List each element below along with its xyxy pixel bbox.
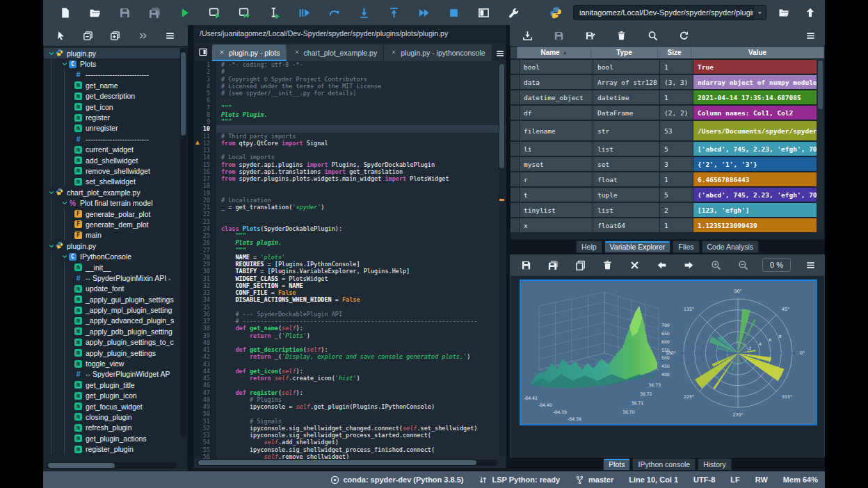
cell-type[interactable]: set (593, 157, 660, 171)
cell-type[interactable]: tuple (593, 188, 660, 202)
line-number[interactable]: 51 (194, 418, 216, 425)
cell-type[interactable]: bool (593, 60, 660, 74)
outline-item-get_icon[interactable]: mget_icon (44, 101, 180, 112)
outline-item--spyderpluginwidget-ap[interactable]: #-- SpyderPluginWidget AP (44, 369, 180, 380)
cell-size[interactable]: 3 (660, 157, 693, 171)
maximize-pane-button[interactable] (476, 5, 491, 20)
expander-chevron-icon[interactable] (47, 189, 56, 196)
plots-menu-button[interactable] (803, 257, 818, 273)
editor-tab-chart-plot-example-py[interactable]: chart_plot_example.py (287, 44, 385, 61)
line-number[interactable]: 12 (194, 140, 216, 147)
cell-name[interactable]: filename (520, 121, 593, 140)
line-number[interactable]: 11 (194, 133, 216, 140)
working-directory-value[interactable]: ianitagomez/Local/Dev-Spyder/spyder/spyd… (574, 8, 753, 17)
outline-item-plugin-py[interactable]: plugin.py (44, 241, 180, 251)
status-cursor-position[interactable]: Line 10, Col 1 (629, 475, 678, 484)
previous-plot-button[interactable] (654, 257, 669, 273)
outline-item-plugin-py[interactable]: plugin.py (44, 48, 180, 58)
cell-name[interactable]: bool (520, 60, 593, 74)
status-git-branch[interactable]: master (575, 475, 613, 485)
line-number[interactable]: 45 (194, 375, 216, 382)
line-number[interactable]: 55 (194, 446, 216, 453)
line-number[interactable]: 9 (194, 118, 216, 125)
working-directory-input[interactable]: ianitagomez/Local/Dev-Spyder/spyder/spyd… (573, 5, 766, 20)
outline-item-get_description[interactable]: mget_description (44, 91, 180, 101)
cell-name[interactable]: datetime_object (520, 90, 593, 104)
pane-tab-code-analysis[interactable]: Code Analysis (702, 241, 760, 253)
continue-execution-button[interactable] (416, 5, 431, 20)
outline-item-get_plugin_icon[interactable]: mget_plugin_icon (44, 391, 180, 401)
cell-value[interactable]: 2021-04-14 17:35:14.687085 (693, 90, 824, 104)
close-tab-icon[interactable] (294, 49, 300, 57)
line-number[interactable]: 21 (194, 204, 216, 211)
expand-all-button[interactable] (108, 28, 123, 43)
line-number[interactable]: 10 (194, 125, 216, 132)
outline-item-refresh_plugin[interactable]: mrefresh_plugin (44, 423, 180, 433)
save-plot-button[interactable] (518, 257, 533, 273)
cell-type[interactable]: float64 (593, 218, 660, 232)
cell-name[interactable]: li (520, 142, 593, 156)
run-cell-advance-button[interactable] (236, 5, 252, 20)
browse-directory-button[interactable] (776, 5, 791, 20)
cell-value[interactable]: ndarray object of numpy module (693, 75, 824, 89)
line-number[interactable]: 52 (194, 425, 216, 432)
outline-item-remove_shellwidget[interactable]: mremove_shellwidget (44, 165, 180, 176)
debug-button[interactable] (296, 5, 312, 20)
status-memory[interactable]: Mem 64% (783, 475, 818, 484)
zoom-in-button[interactable] (708, 257, 723, 273)
line-number[interactable]: 7 (194, 104, 216, 111)
cell-size[interactable]: 2 (660, 203, 693, 217)
line-number[interactable]: 20 (194, 197, 216, 204)
pane-tab-history[interactable]: History (698, 458, 732, 471)
go-to-cursor-button[interactable] (54, 28, 69, 43)
expander-chevron-icon[interactable] (47, 50, 56, 57)
outline-item-register_plugin[interactable]: mregister_plugin (44, 444, 180, 454)
run-selection-button[interactable] (266, 5, 282, 20)
pane-tab-plots[interactable]: Plots (603, 458, 630, 471)
cell-name[interactable]: data (520, 75, 593, 89)
new-file-button[interactable] (57, 5, 72, 20)
column-header-type[interactable]: Type (591, 47, 658, 58)
outline-item-apply_plugin_settings_to_c[interactable]: mapply_plugin_settings_to_c (44, 337, 180, 348)
outline-item-main[interactable]: Fmain (44, 230, 180, 241)
outline-item-get_focus_widget[interactable]: mget_focus_widget (44, 401, 180, 412)
outline-horizontal-scrollbar[interactable] (47, 462, 176, 469)
line-number[interactable]: 35 (194, 304, 216, 311)
search-variable-button[interactable] (645, 28, 660, 43)
save-button[interactable] (117, 5, 132, 20)
outline-item-set_shellwidget[interactable]: mset_shellwidget (44, 177, 180, 187)
copy-plot-button[interactable] (572, 257, 588, 273)
status-conda[interactable]: conda: spyder-dev (Python 3.8.5) (330, 475, 464, 485)
cell-type[interactable]: float (593, 172, 660, 186)
parent-directory-button[interactable] (803, 5, 818, 20)
line-number[interactable]: 46 (194, 382, 216, 389)
variable-row-x[interactable]: xfloat6411.1235123099439 (511, 217, 824, 232)
line-number[interactable]: 19 (194, 190, 216, 197)
line-number[interactable]: 3 (194, 76, 216, 83)
expander-chevron-icon[interactable] (47, 243, 56, 250)
line-number[interactable]: 37 (194, 318, 216, 325)
line-number[interactable]: 24 (194, 225, 216, 232)
line-number[interactable]: 22 (194, 211, 216, 218)
refresh-variables-button[interactable] (676, 28, 691, 43)
collapse-all-button[interactable] (81, 28, 96, 43)
pane-tab-files[interactable]: Files (673, 241, 699, 253)
outline-item-ipythonconsole[interactable]: CIPythonConsole (44, 251, 180, 261)
cell-size[interactable]: 1 (660, 172, 693, 186)
remove-all-plots-button[interactable] (627, 257, 642, 273)
outline-item-get_name[interactable]: mget_name (44, 80, 180, 90)
remove-variable-button[interactable] (613, 28, 629, 43)
working-directory-dropdown[interactable] (753, 6, 766, 19)
line-number[interactable]: 13 (194, 147, 216, 154)
cell-type[interactable]: list (593, 142, 660, 156)
line-number[interactable]: 39 (194, 332, 216, 339)
next-plot-button[interactable] (681, 257, 696, 273)
code-editor[interactable]: 1# -*- coding: utf-8 -*-2#3# Copyright ©… (194, 61, 506, 459)
line-number[interactable]: 33 (194, 289, 216, 296)
variable-row-tinylist[interactable]: tinylistlist2[123, 'efgh'] (511, 202, 824, 217)
line-number[interactable]: 36 (194, 311, 216, 318)
cell-name[interactable]: tinylist (520, 203, 593, 217)
line-number[interactable]: 1 (194, 61, 216, 68)
column-header-name[interactable]: Name▲ (517, 47, 591, 58)
step-over-button[interactable] (326, 5, 341, 20)
